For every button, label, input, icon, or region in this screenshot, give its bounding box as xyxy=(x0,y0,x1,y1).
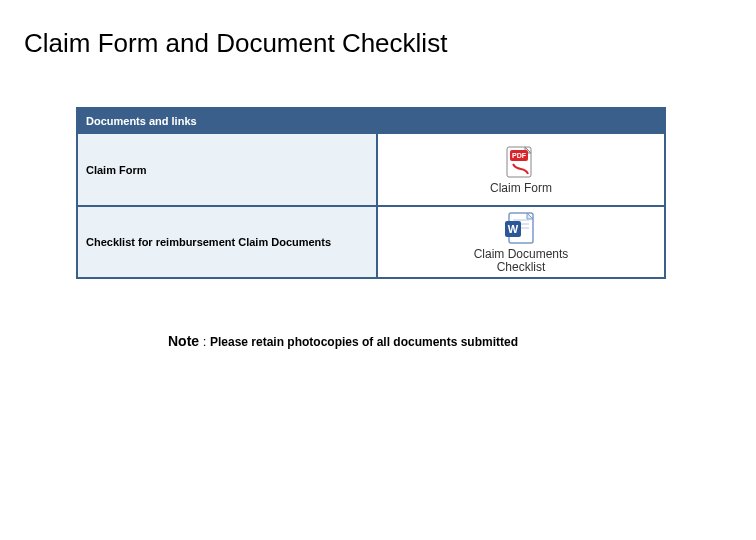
documents-table: Documents and links Claim Form PDF Claim… xyxy=(76,107,666,279)
table-header: Documents and links xyxy=(78,109,664,133)
svg-text:W: W xyxy=(508,223,519,235)
note-label: Note xyxy=(168,333,199,349)
file-caption: Claim Form xyxy=(490,182,552,195)
row-label: Claim Form xyxy=(78,133,378,205)
page-title: Claim Form and Document Checklist xyxy=(24,28,756,59)
table-row: Claim Form PDF Claim Form xyxy=(78,133,664,205)
table-row: Checklist for reimbursement Claim Docume… xyxy=(78,205,664,277)
note-text: Please retain photocopies of all documen… xyxy=(210,335,518,349)
note-sep: : xyxy=(199,334,210,349)
file-caption: Claim Documents Checklist xyxy=(474,248,569,273)
note: Note : Please retain photocopies of all … xyxy=(168,333,756,349)
svg-text:PDF: PDF xyxy=(512,152,527,159)
file-link-checklist[interactable]: W Claim Documents Checklist xyxy=(378,205,664,277)
file-link-claim-form[interactable]: PDF Claim Form xyxy=(378,133,664,205)
word-icon: W xyxy=(504,210,538,246)
pdf-icon: PDF xyxy=(504,144,538,180)
row-label: Checklist for reimbursement Claim Docume… xyxy=(78,205,378,277)
